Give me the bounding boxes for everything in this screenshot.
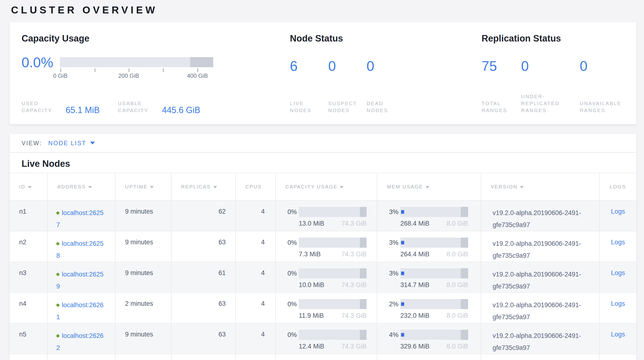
node-address-link[interactable]: localhost:26261 [56,301,104,321]
node-logs-cell: Logs [600,293,636,323]
mem-usage-bar [400,238,468,248]
column-header-uptime[interactable]: UPTIME [115,173,171,200]
replication-stat: 0UNDER-REPLICATED RANGES [521,59,580,114]
node-address-cell: localhost:26257 [48,200,115,231]
sort-caret-icon[interactable] [150,186,154,189]
mem-usage-total-value: 8.0 GiB [446,251,468,258]
logs-link[interactable]: Logs [611,239,625,246]
mem-usage-bar-row: 4% [377,330,480,340]
gauge-tick [129,68,130,72]
node-uptime-cell: 9 minutes [115,231,171,262]
column-header-replicas[interactable]: REPLICAS [171,173,236,200]
mem-usage-percent: 3% [377,239,400,247]
gauge-tick [60,68,61,72]
view-label: VIEW: [22,140,42,147]
capacity-usage-total-value: 74.3 GiB [342,281,366,289]
node-id-cell: n1 [10,200,48,231]
capacity-usage-bar [299,330,366,340]
node-live-status-dot [56,304,60,307]
capacity-usage-values: 13.0 MiB74.3 GiB [299,220,366,227]
capacity-usage-values: 11.9 MiB74.3 GiB [299,312,366,319]
logs-link[interactable]: Logs [611,269,625,276]
node-address-cell: localhost:26261 [48,293,115,323]
mem-usage-total-value: 8.0 GiB [446,312,468,319]
empty-cell [10,354,48,360]
capacity-usage-bar [299,238,366,248]
node-id-cell: n3 [10,262,48,293]
mem-usage-bar-other-segment [461,330,468,340]
mem-usage-values: 314.7 MiB8.0 GiB [400,281,468,289]
sort-caret-icon[interactable] [28,186,32,189]
node-status-stat-label: DEAD NODES [366,100,398,114]
node-cpus-cell: 4 [236,293,276,323]
logs-link[interactable]: Logs [611,208,625,215]
table-row: n5localhost:262629 minutes6340%12.4 MiB7… [10,323,636,354]
mem-usage-cell: 3%268.4 MiB8.0 GiB [377,200,481,231]
capacity-usage-bar-row: 0% [276,238,377,248]
node-address-link[interactable]: localhost:26262 [56,332,104,351]
node-replicas-cell: 62 [171,200,236,231]
view-dropdown[interactable]: NODE LIST [48,140,95,147]
mem-usage-total-value: 8.0 GiB [446,220,468,227]
logs-link[interactable]: Logs [611,331,625,338]
column-header-label: VERSION [491,184,518,189]
column-header-capacity-usage[interactable]: CAPACITY USAGE [276,173,377,200]
replication-stat-label: UNDER-REPLICATED RANGES [521,93,573,114]
node-cpus-cell: 4 [236,231,276,262]
logs-link[interactable]: Logs [611,300,625,307]
gauge-tick [95,68,95,72]
page-title: CLUSTER OVERVIEW [11,4,644,16]
column-header-version[interactable]: VERSION [481,173,600,200]
column-header-mem-usage[interactable]: MEM USAGE [377,173,481,200]
capacity-usage-bar-row: 0% [276,299,377,309]
capacity-usage-cell: 0%13.0 MiB74.3 GiB [276,200,377,231]
replication-stat-label: UNAVAILABLE RANGES [580,100,632,114]
sort-caret-icon[interactable] [213,186,217,189]
node-address-link[interactable]: localhost:26259 [56,271,104,290]
column-header-label: ADDRESS [57,184,86,189]
empty-cell [600,354,636,360]
node-id-cell: n5 [10,323,48,354]
view-dropdown-value[interactable]: NODE LIST [48,140,86,147]
capacity-usage-cell: 0%7.3 MiB74.3 GiB [276,231,377,262]
capacity-usage-section: Capacity Usage 0.0% 0 GiB200 GiB400 GiB … [22,33,290,114]
mem-usage-used-value: 314.7 MiB [400,281,430,289]
capacity-usage-percent: 0% [276,270,299,277]
node-status-stat: 0SUSPECT NODES [328,59,366,114]
sort-caret-icon[interactable] [88,186,92,189]
column-header-label: UPTIME [125,184,148,189]
gauge-tick-label: 0 GiB [53,73,68,79]
mem-usage-bar-fill [401,302,404,306]
mem-usage-bar [400,330,468,340]
capacity-stat-label: USABLE CAPACITY [118,100,160,114]
sort-caret-icon[interactable] [520,186,524,189]
capacity-usage-bar-other-segment [360,330,366,340]
capacity-usage-cell: 0%12.4 MiB74.3 GiB [276,323,377,354]
sort-caret-icon[interactable] [340,186,344,189]
capacity-percent: 0.0% [22,57,60,67]
node-uptime-cell: 9 minutes [115,200,171,231]
node-uptime-cell: 9 minutes [115,323,171,354]
node-address-link[interactable]: localhost:26258 [56,240,104,259]
node-status-stat-value: 6 [290,59,328,73]
replication-stat-value: 75 [482,59,521,73]
mem-usage-cell: 4%329.6 MiB8.0 GiB [377,323,481,354]
node-address-link[interactable]: localhost:26257 [56,209,104,229]
capacity-usage-percent: 0% [276,331,299,339]
column-header-address[interactable]: ADDRESS [48,173,115,200]
mem-usage-cell: 3%264.4 MiB8.0 GiB [377,231,481,262]
column-header-id[interactable]: ID [10,173,48,200]
replication-stat-value: 0 [580,59,632,73]
gauge-tick [163,68,164,72]
capacity-gauge-other-segment [190,57,213,67]
node-address-cell: localhost:26259 [48,262,115,293]
replication-stat-label: TOTAL RANGES [482,100,513,114]
sort-caret-icon[interactable] [426,186,429,189]
mem-usage-percent: 2% [377,300,400,308]
chevron-down-icon[interactable] [90,142,95,144]
capacity-stat-value: 445.6 GiB [162,105,200,115]
mem-usage-bar-other-segment [461,268,468,278]
node-version-cell: v19.2.0-alpha.20190606-2491-gfe735c9a97 [481,293,600,323]
node-replicas-cell: 63 [171,323,236,354]
capacity-usage-total-value: 74.3 GiB [342,343,366,350]
